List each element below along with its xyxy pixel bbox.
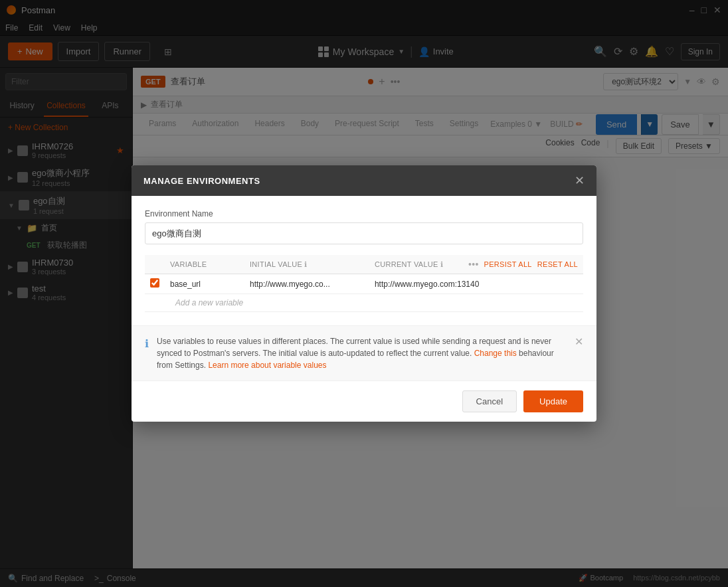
persist-all-button[interactable]: Persist All (484, 260, 532, 268)
reset-all-button[interactable]: Reset All (537, 260, 578, 268)
var-checkbox-cell[interactable] (145, 274, 165, 294)
variables-table: VARIABLE INITIAL VALUE ℹ CURRENT VALUE ℹ (145, 255, 583, 312)
add-checkbox-cell (145, 294, 165, 312)
update-button[interactable]: Update (523, 390, 583, 412)
info-banner-icon: ℹ (145, 336, 149, 352)
current-value-info-icon[interactable]: ℹ (440, 260, 443, 268)
env-name-input[interactable] (145, 222, 583, 244)
var-enabled-checkbox[interactable] (150, 278, 159, 288)
table-body: Add a new variable (145, 274, 583, 312)
var-current-input[interactable] (375, 280, 578, 289)
th-checkbox (145, 255, 165, 274)
th-initial-value: INITIAL VALUE ℹ (244, 255, 369, 274)
manage-environments-modal: MANAGE ENVIRONMENTS ✕ Environment Name V… (132, 165, 596, 422)
add-variable-cell[interactable]: Add a new variable (165, 294, 583, 312)
th-variable: VARIABLE (165, 255, 244, 274)
table-row (145, 274, 583, 294)
cancel-button[interactable]: Cancel (462, 390, 517, 412)
var-initial-cell[interactable] (244, 274, 369, 294)
var-name-input[interactable] (170, 280, 239, 289)
info-banner: ℹ Use variables to reuse values in diffe… (132, 325, 596, 380)
current-value-label: CURRENT VALUE ℹ (375, 260, 443, 269)
modal-body: Environment Name VARIABLE INITIAL VALUE … (132, 196, 596, 325)
change-this-link[interactable]: Change this (474, 349, 517, 358)
initial-value-info-icon[interactable]: ℹ (304, 260, 307, 268)
add-variable-hint: Add a new variable (170, 294, 248, 311)
var-current-cell[interactable] (369, 274, 583, 294)
info-banner-close-button[interactable]: ✕ (575, 335, 583, 348)
var-initial-input[interactable] (250, 280, 364, 289)
table-row-add: Add a new variable (145, 294, 583, 312)
learn-more-link[interactable]: Learn more about variable values (208, 361, 326, 370)
modal-footer: Cancel Update (132, 380, 596, 422)
modal-header: MANAGE ENVIRONMENTS ✕ (132, 165, 596, 196)
var-name-cell[interactable] (165, 274, 244, 294)
env-name-label: Environment Name (145, 209, 583, 218)
modal-overlay[interactable]: MANAGE ENVIRONMENTS ✕ Environment Name V… (0, 0, 728, 587)
table-header-row: VARIABLE INITIAL VALUE ℹ CURRENT VALUE ℹ (145, 255, 583, 274)
info-banner-text: Use variables to reuse values in differe… (157, 335, 567, 371)
more-options-button[interactable]: ••• (468, 259, 479, 270)
th-current-value: CURRENT VALUE ℹ ••• Persist All Reset Al… (369, 255, 583, 274)
modal-close-button[interactable]: ✕ (575, 175, 585, 187)
modal-title: MANAGE ENVIRONMENTS (143, 176, 260, 186)
